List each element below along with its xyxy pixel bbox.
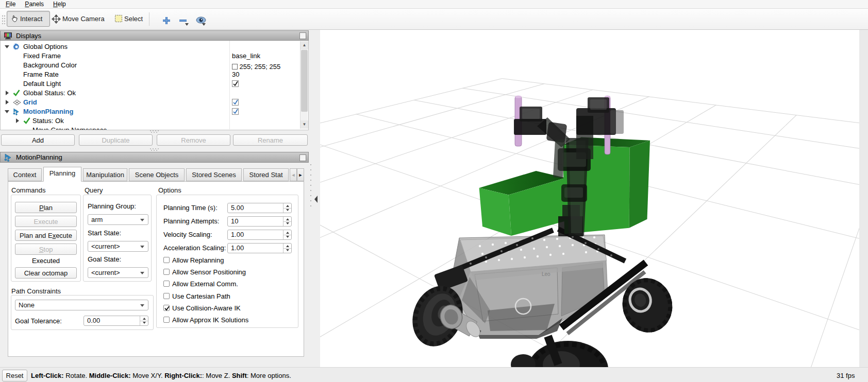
svg-text:Leo: Leo xyxy=(542,271,550,277)
